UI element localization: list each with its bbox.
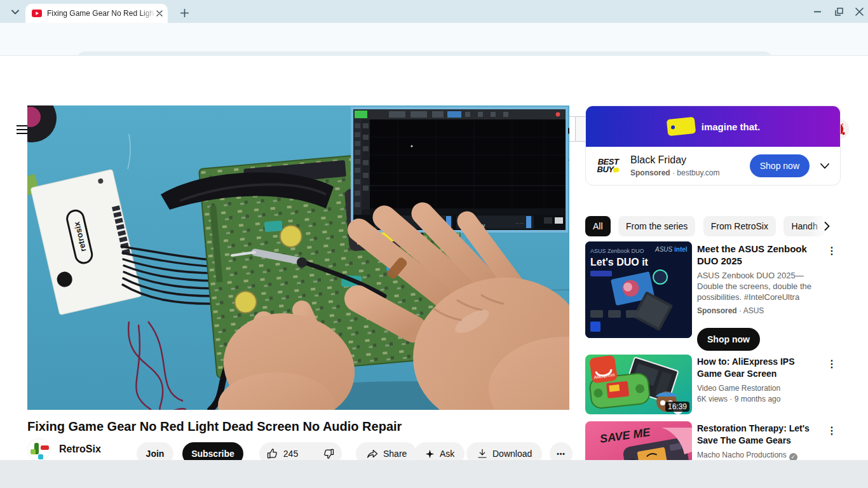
video-text: How to: AliExpress IPS Game Gear Screen … <box>697 356 822 405</box>
svg-text:ASUS Zenbook DUO: ASUS Zenbook DUO <box>590 248 644 254</box>
video-title[interactable]: Restoration Therapy: Let's Save The Game… <box>697 423 822 447</box>
bestbuy-logo-line2: BUY <box>597 165 614 174</box>
ask-label: Ask <box>440 449 454 459</box>
download-label: Download <box>492 449 532 459</box>
sponsored-label: Sponsored <box>697 306 737 315</box>
asus-ad-title[interactable]: Meet the ASUS Zenbook DUO 2025 <box>697 243 822 267</box>
chip-from-the-series[interactable]: From the series <box>618 216 695 236</box>
chip-all[interactable]: All <box>585 216 611 236</box>
chips-next-arrow-icon[interactable] <box>819 219 834 234</box>
tab-title: Fixing Game Gear No Red Ligh <box>47 9 156 18</box>
video-title: Fixing Game Gear No Red Light Dead Scree… <box>27 419 569 434</box>
asus-shop-now-button[interactable]: Shop now <box>697 328 760 351</box>
dislike-button[interactable] <box>315 447 344 460</box>
browser-toolbar: youtube.com/watch?v=FIzUCiQYBiw <box>0 23 868 56</box>
thumbs-up-icon <box>266 447 279 460</box>
restore-button[interactable] <box>830 4 848 19</box>
chip-from-retrosix[interactable]: From RetroSix <box>703 216 776 236</box>
separator-dot: · <box>672 168 675 177</box>
kebab-menu-icon[interactable]: ⋮ <box>825 424 838 437</box>
asus-ad-thumbnail[interactable]: ASUS Zenbook DUO Let's DUO it ASUS intel <box>585 241 692 338</box>
like-count: 245 <box>283 449 298 459</box>
thumbs-down-icon <box>322 447 335 460</box>
video-text: Restoration Therapy: Let's Save The Game… <box>697 423 822 461</box>
new-tab-button[interactable] <box>177 5 192 20</box>
youtube-header: YouTube Create <box>0 56 868 92</box>
channel-avatar[interactable] <box>27 438 50 461</box>
video-thumbnail[interactable]: AliExpress 16:39 <box>585 355 692 414</box>
sponsored-label: Sponsored <box>630 168 670 177</box>
tab-search-chevron-icon[interactable] <box>8 4 23 20</box>
svg-text:ASUS: ASUS <box>654 246 673 253</box>
bestbuy-ad-card[interactable]: imagine that. BEST BUY Black Friday Spon… <box>585 105 841 186</box>
asus-sponsored-line: Sponsored · ASUS <box>697 306 822 316</box>
ad-banner[interactable]: imagine that. <box>586 106 841 147</box>
sidebar: imagine that. BEST BUY Black Friday Spon… <box>585 105 841 488</box>
ad-text-block: Black Friday Sponsored · bestbuy.com <box>630 154 720 177</box>
share-label: Share <box>383 449 407 459</box>
sparkle-icon <box>424 449 435 459</box>
shelf: 31 Nov 26 4:52 <box>0 460 868 488</box>
kebab-menu-icon[interactable]: ⋮ <box>825 357 838 370</box>
bestbuy-logo: BEST BUY <box>593 158 623 173</box>
separator-dot: · <box>739 306 742 315</box>
advertiser-name: ASUS <box>743 306 764 315</box>
asus-ad-description: ASUS Zenbook DUO 2025—Double the screens… <box>697 270 822 302</box>
tab-favicon-youtube-icon <box>32 10 42 17</box>
more-icon: ••• <box>557 451 566 458</box>
tab-strip: Fixing Game Gear No Red Ligh <box>0 0 868 23</box>
download-icon <box>477 448 488 459</box>
kebab-menu-icon[interactable]: ⋮ <box>825 244 838 257</box>
asus-ad-text: Meet the ASUS Zenbook DUO 2025 ASUS Zenb… <box>697 243 822 316</box>
close-window-button[interactable] <box>850 4 868 19</box>
tab-close-icon[interactable] <box>156 10 163 17</box>
subscribe-label: Subscribe <box>191 449 234 459</box>
video-meta: 6K views · 9 months ago <box>697 394 822 405</box>
channel-name: Macho Nacho Productions <box>697 451 787 459</box>
video-player[interactable]: retrosix <box>27 105 569 410</box>
svg-text:Let's DUO it: Let's DUO it <box>590 257 649 268</box>
minimize-button[interactable] <box>808 4 826 19</box>
bestbuy-tag-icon <box>613 167 620 173</box>
shop-now-label: Shop now <box>707 334 750 344</box>
video-frame: retrosix <box>27 105 569 410</box>
channel-name[interactable]: RetroSix <box>59 444 101 455</box>
suggested-video-row[interactable]: AliExpress 16:39 How to: AliExpress IPS … <box>585 355 841 414</box>
join-label: Join <box>146 449 165 459</box>
browser-tab[interactable]: Fixing Game Gear No Red Ligh <box>25 4 168 23</box>
chevron-down-icon[interactable] <box>817 158 832 173</box>
shop-now-label: Shop now <box>760 161 799 171</box>
ad-banner-text: imagine that. <box>702 121 761 132</box>
asus-ad-row[interactable]: ASUS Zenbook DUO Let's DUO it ASUS intel… <box>585 241 841 351</box>
filter-chips: All From the series From RetroSix Handh <box>585 216 841 236</box>
video-title[interactable]: How to: AliExpress IPS Game Gear Screen <box>697 356 822 380</box>
ad-title: Black Friday <box>630 154 720 166</box>
svg-text:intel: intel <box>674 246 688 253</box>
video-channel[interactable]: Video Game Restoration <box>697 383 822 394</box>
svg-text:--.--: --.-- <box>515 220 524 226</box>
price-tag-icon <box>666 117 695 136</box>
video-duration: 16:39 <box>665 402 689 412</box>
shop-now-button[interactable]: Shop now <box>750 154 810 177</box>
like-button[interactable]: 245 <box>257 447 306 460</box>
advertiser-name: bestbuy.com <box>677 168 719 177</box>
ad-sponsored-line: Sponsored · bestbuy.com <box>630 168 720 177</box>
ad-info-row: BEST BUY Black Friday Sponsored · bestbu… <box>586 147 840 185</box>
share-icon <box>366 447 379 460</box>
